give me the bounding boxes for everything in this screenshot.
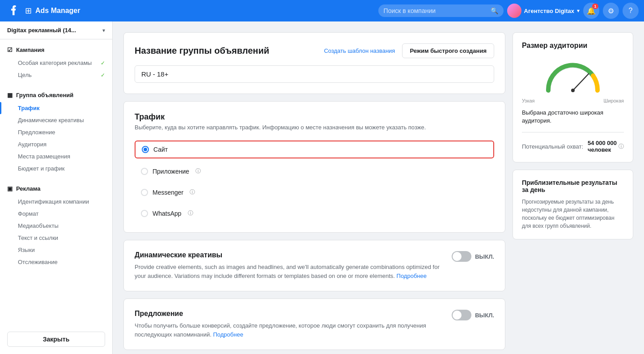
sidebar-item-audience[interactable]: Аудитория — [0, 138, 112, 150]
grid-icon[interactable]: ⊞ — [25, 6, 32, 16]
traffic-description: Выберите, куда вы хотите направлять траф… — [135, 124, 494, 132]
gauge-labels: Узкая Широкая — [522, 98, 624, 103]
search-bar[interactable]: 🔍 — [378, 4, 504, 17]
sidebar-item-text-links[interactable]: Текст и ссылки — [0, 232, 112, 244]
dynamic-creatives-toggle-right: ВЫКЛ. — [452, 251, 494, 262]
radio-whatsapp-circle — [141, 210, 148, 217]
tracking-label: Отслеживание — [18, 259, 58, 265]
sidebar-item-placements[interactable]: Места размещения — [0, 150, 112, 162]
potential-reach: Потенциальный охват: 54 000 000 человек … — [522, 132, 624, 153]
audience-size-card: Размер аудитории — [513, 32, 633, 162]
offer-desc: Чтобы получить больше конверсий, создайт… — [135, 321, 443, 339]
sidebar-item-media[interactable]: Медиаобъекты — [0, 220, 112, 232]
results-title: Приблизительные результаты за день — [522, 179, 624, 193]
dynamic-creatives-label: Динамические креативы — [18, 117, 84, 124]
main-content: Название группы объявлений Создать шабло… — [113, 21, 644, 354]
account-name: Digitax рекламный (14... — [7, 27, 102, 34]
dynamic-creatives-left: Динамические креативы Provide creative e… — [135, 251, 452, 280]
name-card-title: Название группы объявлений — [135, 46, 269, 56]
sidebar-item-offer[interactable]: Предложение — [0, 126, 112, 138]
sidebar-item-dynamic-creatives[interactable]: Динамические креативы — [0, 114, 112, 126]
search-input[interactable] — [384, 7, 491, 14]
offer-label: Предложение — [18, 129, 55, 136]
traffic-app-label: Приложение — [153, 168, 189, 175]
goal-label: Цель — [18, 72, 32, 78]
group-name-input[interactable] — [135, 65, 494, 83]
dynamic-creatives-link[interactable]: Подробнее — [397, 273, 427, 279]
reach-label: Потенциальный охват: — [522, 143, 583, 150]
whatsapp-info-icon[interactable]: ⓘ — [188, 209, 193, 217]
traffic-option-whatsapp[interactable]: WhatsApp ⓘ — [135, 205, 494, 222]
sidebar-ads-label: Реклама — [16, 185, 40, 192]
sidebar-item-traffic[interactable]: Трафик — [0, 102, 112, 114]
dynamic-creatives-desc: Provide creative elements, such as image… — [135, 263, 443, 280]
traffic-options: Сайт Приложение ⓘ Messenger ⓘ — [135, 141, 494, 222]
quick-create-button[interactable]: Режим быстрого создания — [402, 43, 494, 58]
main-layout: Digitax рекламный (14... ▾ ☑ Кампания Ос… — [0, 21, 644, 354]
languages-label: Языки — [18, 247, 35, 253]
sidebar-item-tracking[interactable]: Отслеживание — [0, 256, 112, 268]
right-panel: Размер аудитории — [513, 32, 633, 239]
name-card: Название группы объявлений Создать шабло… — [123, 32, 505, 94]
radio-app-circle — [141, 168, 148, 175]
sidebar-campaign-label: Кампания — [16, 47, 44, 53]
search-icon: 🔍 — [491, 7, 498, 14]
sidebar-item-special-category[interactable]: Особая категория рекламы ✓ — [0, 57, 112, 69]
app-info-icon[interactable]: ⓘ — [195, 167, 201, 175]
dynamic-creatives-toggle[interactable] — [452, 251, 471, 262]
account-selector[interactable]: Digitax рекламный (14... ▾ — [0, 21, 112, 39]
offer-desc-text: Чтобы получить больше конверсий, создайт… — [135, 322, 426, 338]
offer-toggle-right: ВЫКЛ. — [452, 310, 494, 320]
sidebar-campaign-section: ☑ Кампания Особая категория рекламы ✓ Це… — [0, 39, 112, 85]
traffic-option-app[interactable]: Приложение ⓘ — [135, 163, 494, 179]
offer-card: Предложение Чтобы получить больше конвер… — [123, 299, 505, 350]
offer-card-title: Предложение — [135, 310, 443, 318]
settings-button[interactable]: ⚙ — [603, 3, 619, 19]
dynamic-creatives-card-title: Динамические креативы — [135, 251, 443, 259]
fb-logo[interactable] — [5, 2, 21, 20]
text-links-label: Текст и ссылки — [18, 235, 58, 241]
gauge-chart — [542, 57, 604, 93]
help-button[interactable]: ? — [623, 3, 639, 19]
messenger-info-icon[interactable]: ⓘ — [190, 188, 195, 196]
close-button[interactable]: Закрыть — [7, 332, 105, 347]
check-icon-goal: ✓ — [101, 72, 105, 78]
sidebar-item-format[interactable]: Формат — [0, 208, 112, 220]
reach-info-icon[interactable]: ⓘ — [619, 143, 624, 150]
topnav-right: Агентство Digitax ▾ 🔔 1 ⚙ ? — [507, 3, 639, 19]
dynamic-creatives-desc-text: Provide creative elements, such as image… — [135, 264, 440, 279]
dynamic-creatives-toggle-row: Динамические креативы Provide creative e… — [135, 251, 494, 280]
svg-point-2 — [571, 89, 575, 92]
sidebar-item-budget[interactable]: Бюджет и график — [0, 162, 112, 175]
offer-toggle-label: ВЫКЛ. — [475, 312, 494, 319]
sidebar-adgroup-header: ▦ Группа объявлений — [0, 88, 112, 102]
sidebar-adgroup-section: ▦ Группа объявлений Трафик Динамические … — [0, 85, 112, 178]
media-label: Медиаобъекты — [18, 222, 59, 229]
traffic-option-site[interactable]: Сайт — [135, 141, 494, 158]
audience-label: Аудитория — [18, 141, 47, 148]
offer-link[interactable]: Подробнее — [213, 331, 243, 338]
offer-toggle[interactable] — [452, 310, 471, 320]
sidebar-campaign-header: ☑ Кампания — [0, 43, 112, 57]
sidebar: Digitax рекламный (14... ▾ ☑ Кампания Ос… — [0, 21, 113, 354]
traffic-messenger-label: Messenger — [153, 189, 183, 196]
sidebar-adgroup-label: Группа объявлений — [16, 92, 73, 98]
user-account[interactable]: Агентство Digitax ▾ — [507, 4, 580, 18]
offer-toggle-row: Предложение Чтобы получить больше конвер… — [135, 310, 494, 339]
traffic-card: Трафик Выберите, куда вы хотите направля… — [123, 101, 505, 233]
offer-left: Предложение Чтобы получить больше конвер… — [135, 310, 452, 339]
traffic-label: Трафик — [18, 105, 40, 111]
notification-badge: 1 — [592, 4, 598, 9]
gauge-label-narrow: Узкая — [522, 98, 535, 103]
sidebar-item-languages[interactable]: Языки — [0, 244, 112, 256]
budget-label: Бюджет и график — [18, 165, 64, 172]
campaign-group-icon: ☑ — [7, 47, 13, 53]
sidebar-item-company-id[interactable]: Идентификация компании — [0, 196, 112, 208]
sidebar-item-goal[interactable]: Цель ✓ — [0, 69, 112, 81]
gauge-container — [522, 57, 624, 93]
notifications-button[interactable]: 🔔 1 — [583, 3, 599, 19]
template-link[interactable]: Создать шаблон названия — [324, 47, 395, 54]
audience-size-title: Размер аудитории — [522, 42, 624, 50]
traffic-option-messenger[interactable]: Messenger ⓘ — [135, 184, 494, 200]
username: Агентство Digitax — [524, 8, 574, 14]
